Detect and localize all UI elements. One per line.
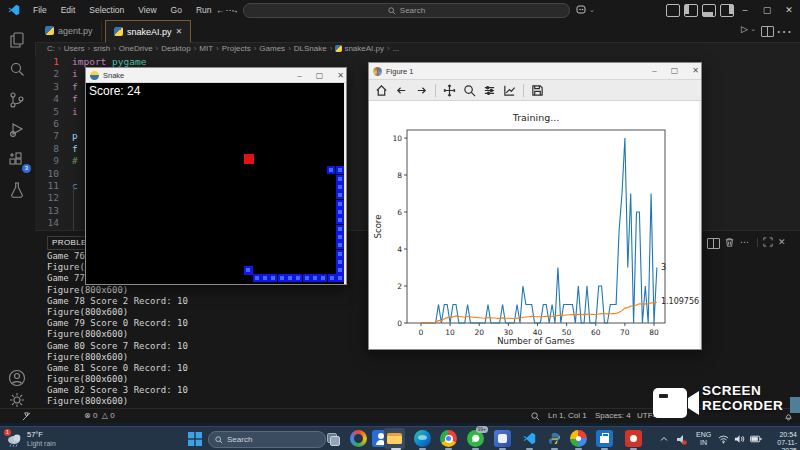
figure-window-titlebar[interactable]: Figure 1 –▢✕ (369, 63, 701, 80)
run-debug-icon[interactable] (7, 120, 27, 140)
breadcrumb-item[interactable]: Games (259, 44, 285, 53)
chevron-down-icon[interactable]: ⌄ (589, 0, 595, 20)
copilot-icon[interactable] (576, 4, 588, 16)
figure-window[interactable]: Figure 1 –▢✕ 010203040506070800246810Tra… (368, 62, 702, 350)
breadcrumb-item[interactable]: srish (93, 44, 110, 53)
taskbar-search[interactable]: Search (208, 431, 326, 448)
breadcrumb-item[interactable]: ... (393, 44, 400, 53)
python-taskbar-icon[interactable] (546, 430, 563, 447)
explorer-icon[interactable] (7, 30, 27, 50)
toggle-sidebar-icon[interactable] (684, 4, 698, 17)
menu-run[interactable]: Run (189, 0, 219, 20)
clock[interactable]: 20:5407-11-2025 (765, 427, 797, 450)
back-icon[interactable] (395, 84, 408, 97)
cursor-position[interactable]: Ln 1, Col 1 (548, 409, 587, 423)
snake-close-button[interactable]: ✕ (337, 71, 344, 80)
home-icon[interactable] (375, 84, 388, 97)
figure-minimize-button[interactable]: – (652, 66, 656, 75)
window-minimize-button[interactable]: – (734, 0, 756, 20)
tab-snakeai-py[interactable]: snakeAI.py✕ (105, 20, 191, 43)
svg-text:3: 3 (661, 263, 666, 272)
snake-minimize-button[interactable]: – (297, 71, 301, 80)
command-center-search[interactable]: Search (243, 3, 570, 18)
breadcrumb-item[interactable]: Desktop (161, 44, 190, 53)
chrome-browser-icon[interactable] (440, 430, 457, 447)
photos-app-icon[interactable] (570, 430, 587, 447)
breadcrumb-item[interactable]: OneDrive (119, 44, 153, 53)
tray-recording-icon[interactable] (676, 427, 687, 450)
testing-icon[interactable] (7, 180, 27, 200)
axes-edit-icon[interactable] (503, 84, 516, 97)
editor-more-actions-icon[interactable]: ⋯ (776, 22, 792, 41)
file-explorer-icon[interactable] (386, 430, 403, 447)
wifi-icon[interactable] (718, 427, 729, 450)
menu-edit[interactable]: Edit (54, 0, 83, 20)
breadcrumb[interactable]: C:›Users›srish›OneDrive›Desktop›MIT›Proj… (47, 42, 399, 56)
tab-close-icon[interactable]: ✕ (176, 27, 183, 36)
weather-widget[interactable]: 1 57°F Light rain (6, 429, 86, 449)
pan-icon[interactable] (443, 84, 456, 97)
figure-close-button[interactable]: ✕ (692, 66, 699, 75)
breadcrumb-item[interactable]: C: (47, 44, 55, 53)
menu-file[interactable]: File (26, 0, 54, 20)
save-icon[interactable] (531, 84, 544, 97)
nav-back-icon[interactable]: ← (216, 0, 225, 20)
nav-forward-icon[interactable]: → (230, 0, 239, 20)
breadcrumb-item[interactable]: Users (64, 44, 85, 53)
zoom-status-icon[interactable] (531, 412, 540, 421)
window-close-button[interactable]: ✕ (778, 0, 800, 20)
snake-window-titlebar[interactable]: Snake –▢✕ (86, 68, 346, 83)
customize-layout-icon[interactable] (666, 4, 680, 17)
tray-show-hidden-icon[interactable] (660, 427, 668, 450)
teams-app-icon[interactable] (494, 430, 511, 447)
run-dropdown-icon[interactable]: ⌄ (750, 25, 756, 33)
snake-game-window[interactable]: Snake –▢✕ Score: 24 (85, 67, 347, 285)
settings-gear-icon[interactable] (7, 390, 27, 410)
whatsapp-icon[interactable]: 99+ (467, 430, 484, 447)
breadcrumb-item[interactable]: Projects (222, 44, 251, 53)
panel-more-actions-icon[interactable]: ⋯ (740, 237, 749, 247)
code-text: f (72, 143, 78, 155)
copilot-taskbar-icon[interactable] (350, 430, 367, 447)
screen-recorder-overlay[interactable]: SCREENRECORDER (652, 378, 800, 425)
window-maximize-button[interactable]: ▢ (756, 0, 778, 20)
subplot-config-icon[interactable] (483, 84, 496, 97)
account-icon[interactable] (7, 368, 27, 388)
recorder-app-icon[interactable] (625, 430, 642, 447)
battery-icon[interactable] (750, 427, 762, 450)
toggle-secondary-sidebar-icon[interactable] (720, 4, 734, 17)
start-button[interactable] (186, 430, 203, 447)
split-editor-icon[interactable] (761, 26, 774, 37)
tab-agent-py[interactable]: agent.py (37, 20, 102, 41)
indentation-status[interactable]: Spaces: 4 (595, 409, 631, 423)
forward-icon[interactable] (415, 84, 428, 97)
menu-selection[interactable]: Selection (82, 0, 131, 20)
menu-go[interactable]: Go (164, 0, 189, 20)
volume-icon[interactable] (734, 427, 745, 450)
search-sidebar-icon[interactable] (7, 60, 27, 80)
remote-indicator-icon[interactable] (22, 412, 31, 421)
extensions-icon[interactable]: 3 (7, 150, 27, 170)
breadcrumb-item[interactable]: DLSnake (294, 44, 327, 53)
task-view-button[interactable] (324, 430, 341, 447)
breadcrumb-item[interactable]: MIT (199, 44, 213, 53)
split-terminal-icon[interactable] (707, 238, 720, 249)
zoom-rect-icon[interactable] (463, 84, 476, 97)
run-python-button[interactable]: ▷ (741, 24, 748, 34)
maximize-panel-icon[interactable] (763, 237, 773, 247)
snake-segment (336, 216, 344, 224)
vscode-taskbar-icon[interactable] (521, 430, 538, 447)
microsoft-store-icon[interactable] (596, 430, 613, 447)
errors-indicator[interactable]: ⊗ 0 △ 0 (84, 409, 115, 423)
snake-maximize-button[interactable]: ▢ (316, 71, 324, 80)
source-control-icon[interactable] (7, 90, 27, 110)
kill-terminal-trash-icon[interactable] (724, 237, 735, 248)
close-panel-icon[interactable]: ✕ (778, 237, 786, 247)
figure-maximize-button[interactable]: ▢ (671, 66, 679, 75)
edge-browser-icon[interactable] (414, 430, 431, 447)
menu-view[interactable]: View (131, 0, 163, 20)
breadcrumb-item[interactable]: snakeAI.py (344, 44, 384, 53)
toggle-panel-icon[interactable] (702, 4, 716, 17)
code-text: # (72, 155, 78, 167)
language-indicator[interactable]: ENGIN (696, 427, 711, 450)
